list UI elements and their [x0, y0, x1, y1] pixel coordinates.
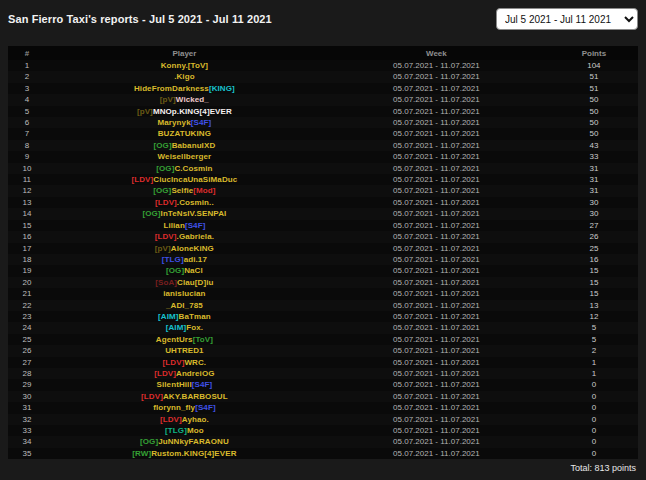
player-name-part: WRC.	[184, 358, 206, 367]
points-cell: 26	[550, 231, 638, 242]
player-name-part: [SoA]	[155, 278, 177, 287]
week-cell: 05.07.2021 - 11.07.2021	[323, 231, 550, 242]
player-name-part: .Kigo	[174, 72, 195, 81]
points-cell: 31	[550, 185, 638, 196]
table-row: 29SilentHill[S4F]05.07.2021 - 11.07.2021…	[8, 379, 638, 390]
week-cell: 05.07.2021 - 11.07.2021	[323, 243, 550, 254]
rank-cell: 32	[8, 414, 46, 425]
player-name-part: Clau[D]iu	[177, 278, 213, 287]
table-row: 30[LDV]AKY.BARBOSUL05.07.2021 - 11.07.20…	[8, 391, 638, 402]
player-name-cell: UHTRED1	[46, 345, 323, 356]
player-name-cell: [AIM]Fox.	[46, 322, 323, 333]
week-cell: 05.07.2021 - 11.07.2021	[323, 106, 550, 117]
points-cell: 15	[550, 288, 638, 299]
points-cell: 50	[550, 117, 638, 128]
player-name-part: Lilian	[163, 221, 185, 230]
player-name-part: BaTman	[179, 312, 211, 321]
player-name-part: [OG]	[166, 266, 184, 275]
player-name-part: [LDV]	[154, 369, 176, 378]
player-name-part: [LDV]	[155, 232, 177, 241]
table-row: 1Konny.[ToV]05.07.2021 - 11.07.2021104	[8, 60, 638, 71]
player-name-cell: [LDV].Cosmin..	[46, 197, 323, 208]
table-row: 7BUZATUKING05.07.2021 - 11.07.202150	[8, 128, 638, 139]
points-cell: 0	[550, 436, 638, 447]
table-row: 34[OG]JuNNkyFARAONU05.07.2021 - 11.07.20…	[8, 436, 638, 447]
table-row: 10[OG]C.Cosmin05.07.2021 - 11.07.202131	[8, 163, 638, 174]
rank-cell: 31	[8, 402, 46, 413]
week-cell: 05.07.2021 - 11.07.2021	[323, 71, 550, 82]
points-cell: 0	[550, 448, 638, 459]
table-row: 25AgentUrs[ToV]05.07.2021 - 11.07.20215	[8, 334, 638, 345]
points-cell: 43	[550, 140, 638, 151]
rank-cell: 35	[8, 448, 46, 459]
player-name-cell: Marynyk[S4F]	[46, 117, 323, 128]
rank-cell: 17	[8, 243, 46, 254]
points-cell: 0	[550, 414, 638, 425]
rank-cell: 27	[8, 357, 46, 368]
week-cell: 05.07.2021 - 11.07.2021	[323, 254, 550, 265]
rank-cell: 5	[8, 106, 46, 117]
points-cell: 50	[550, 106, 638, 117]
week-cell: 05.07.2021 - 11.07.2021	[323, 265, 550, 276]
points-cell: 1	[550, 368, 638, 379]
points-cell: 15	[550, 277, 638, 288]
week-cell: 05.07.2021 - 11.07.2021	[323, 379, 550, 390]
points-cell: 0	[550, 425, 638, 436]
player-name-cell: [pV]MNOp.KING[4]EVER	[46, 106, 323, 117]
rank-cell: 21	[8, 288, 46, 299]
player-name-cell: [OG]JuNNkyFARAONU	[46, 436, 323, 447]
player-name-part: AKY.BARBOSUL	[163, 392, 228, 401]
player-name-part: [S4F]	[192, 380, 213, 389]
player-name-part: [S4F]	[185, 221, 206, 230]
week-cell: 05.07.2021 - 11.07.2021	[323, 334, 550, 345]
table-row: 6Marynyk[S4F]05.07.2021 - 11.07.202150	[8, 117, 638, 128]
table-row: 27[LDV]WRC.05.07.2021 - 11.07.20211	[8, 357, 638, 368]
table-row: 2.Kigo05.07.2021 - 11.07.202151	[8, 71, 638, 82]
player-name-cell: [OG]NaCl	[46, 265, 323, 276]
rank-cell: 22	[8, 300, 46, 311]
rank-cell: 9	[8, 151, 46, 162]
player-name-cell: HideFromDarkness[KING]	[46, 83, 323, 94]
week-cell: 05.07.2021 - 11.07.2021	[323, 94, 550, 105]
table-row: 24[AIM]Fox.05.07.2021 - 11.07.20215	[8, 322, 638, 333]
player-name-part: Rustom.KING[4]EVER	[151, 449, 236, 458]
points-cell: 5	[550, 334, 638, 345]
points-cell: 0	[550, 391, 638, 402]
week-cell: 05.07.2021 - 11.07.2021	[323, 368, 550, 379]
table-row: 5[pV]MNOp.KING[4]EVER05.07.2021 - 11.07.…	[8, 106, 638, 117]
player-name-cell: Lilian[S4F]	[46, 220, 323, 231]
report-page: San Fierro Taxi's reports - Jul 5 2021 -…	[0, 0, 646, 480]
week-cell: 05.07.2021 - 11.07.2021	[323, 60, 550, 71]
rank-cell: 4	[8, 94, 46, 105]
week-cell: 05.07.2021 - 11.07.2021	[323, 436, 550, 447]
rank-cell: 24	[8, 322, 46, 333]
table-row: 35[RW]Rustom.KING[4]EVER05.07.2021 - 11.…	[8, 448, 638, 459]
player-name-cell: [TLG]Moo	[46, 425, 323, 436]
player-name-part: Selfie	[171, 186, 193, 195]
rank-cell: 12	[8, 185, 46, 196]
table-row: 13[LDV].Cosmin..05.07.2021 - 11.07.20213…	[8, 197, 638, 208]
rank-cell: 15	[8, 220, 46, 231]
week-cell: 05.07.2021 - 11.07.2021	[323, 163, 550, 174]
date-range-select[interactable]: Jul 5 2021 - Jul 11 2021	[496, 8, 638, 30]
player-name-part: [LDV]	[141, 392, 163, 401]
player-name-part: [AIM]	[166, 323, 187, 332]
player-name-part: [pV]	[137, 107, 153, 116]
points-cell: 5	[550, 322, 638, 333]
player-name-part: [OG]	[154, 141, 172, 150]
points-cell: 30	[550, 208, 638, 219]
player-name-part: ianislucian	[163, 289, 205, 298]
player-name-part: Konny.[ToV]	[161, 61, 208, 70]
player-name-part: MNOp.KING[4]EVER	[153, 107, 232, 116]
player-name-cell: Weisellberger	[46, 151, 323, 162]
total-points-label: Total: 813 points	[8, 463, 638, 473]
points-cell: 25	[550, 243, 638, 254]
rank-cell: 25	[8, 334, 46, 345]
header-rank: #	[8, 46, 46, 60]
player-name-part: Moo	[187, 426, 204, 435]
table-row: 20[SoA]Clau[D]iu05.07.2021 - 11.07.20211…	[8, 277, 638, 288]
player-name-cell: [OG]Selfie[Mod]	[46, 185, 323, 196]
leaderboard-body: 1Konny.[ToV]05.07.2021 - 11.07.20211042.…	[8, 60, 638, 459]
player-name-part: [LDV]	[131, 175, 153, 184]
table-row: 28[LDV]AndreiOG05.07.2021 - 11.07.20211	[8, 368, 638, 379]
